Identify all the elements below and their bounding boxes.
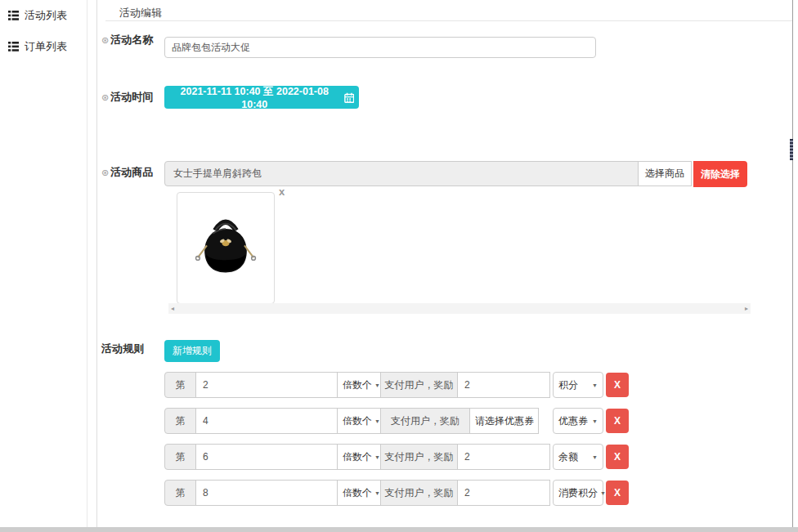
- rule-row: 第 倍数个 ▼ 支付用户，奖励 请选择优惠券 优惠券 ▼ X: [164, 408, 629, 434]
- rule-reward-label: 支付用户，奖励: [380, 444, 458, 470]
- rule-reward-type-select[interactable]: 优惠券 ▼: [553, 408, 603, 434]
- remove-rule-button[interactable]: X: [606, 409, 629, 433]
- rule-reward-label: 支付用户，奖励: [380, 372, 458, 398]
- rule-reward-value-input[interactable]: [457, 480, 550, 506]
- rule-row: 第 倍数个 ▼ 支付用户，奖励 消费积分 ▼ X: [164, 480, 629, 506]
- rule-reward-type-select[interactable]: 余额 ▼: [553, 444, 603, 470]
- chevron-down-icon: ▼: [592, 418, 598, 424]
- chevron-down-icon: ▼: [600, 490, 606, 496]
- activity-name-input[interactable]: [164, 37, 596, 58]
- chevron-down-icon: ▼: [592, 382, 598, 388]
- chevron-down-icon: ▼: [592, 454, 598, 460]
- chevron-down-icon: ▼: [374, 382, 380, 388]
- sidebar-item-order-list[interactable]: 订单列表: [0, 31, 87, 62]
- activity-product-label: ⊛ 活动商品: [101, 165, 153, 180]
- rule-reward-label: 支付用户，奖励: [380, 480, 458, 506]
- remove-rule-button[interactable]: X: [606, 481, 629, 505]
- product-thumbnail-card: [177, 192, 275, 304]
- rule-unit-select[interactable]: 倍数个 ▼: [337, 480, 381, 506]
- handbag-image: [188, 208, 263, 289]
- sidebar: 活动列表 订单列表: [0, 0, 87, 527]
- rule-reward-label: 支付用户，奖励: [380, 408, 470, 434]
- clear-selection-button[interactable]: 清除选择: [693, 161, 747, 187]
- remove-rule-button[interactable]: X: [606, 445, 629, 469]
- tab-divider: [105, 20, 792, 21]
- rule-prefix-label: 第: [164, 372, 196, 398]
- calendar-icon: [344, 92, 355, 103]
- rule-unit-select[interactable]: 倍数个 ▼: [337, 372, 381, 398]
- sidebar-item-activity-list[interactable]: 活动列表: [0, 0, 87, 31]
- rule-row: 第 倍数个 ▼ 支付用户，奖励 积分 ▼ X: [164, 372, 629, 398]
- sidebar-item-label: 订单列表: [25, 39, 67, 54]
- page-horizontal-scrollbar[interactable]: [0, 527, 798, 532]
- remove-product-icon[interactable]: x: [279, 186, 285, 197]
- chevron-down-icon: ▼: [374, 418, 380, 424]
- rule-row: 第 倍数个 ▼ 支付用户，奖励 余额 ▼ X: [164, 444, 629, 470]
- rule-reward-type-select[interactable]: 积分 ▼: [553, 372, 603, 398]
- main-panel: 活动编辑 ⊛ 活动名称 ⊛ 活动时间 2021-11-11 10:40 至 20…: [96, 0, 793, 527]
- scroll-right-icon[interactable]: ▸: [745, 305, 748, 312]
- th-list-icon: [8, 11, 19, 20]
- activity-rules-label: 活动规则: [101, 342, 144, 356]
- rule-multiple-input[interactable]: [195, 372, 338, 398]
- chevron-down-icon: ▼: [374, 454, 380, 460]
- rule-prefix-label: 第: [164, 444, 196, 470]
- select-product-button[interactable]: 选择商品: [638, 161, 692, 186]
- rule-multiple-input[interactable]: [195, 480, 338, 506]
- activity-time-range: 2021-11-11 10:40 至 2022-01-08 10:40: [169, 85, 340, 110]
- activity-time-button[interactable]: 2021-11-11 10:40 至 2022-01-08 10:40: [164, 86, 359, 109]
- rule-prefix-label: 第: [164, 408, 196, 434]
- page: 活动列表 订单列表 活动编辑 ⊛ 活动名称 ⊛ 活动时间 2021-11-11 …: [0, 0, 798, 532]
- product-horizontal-scrollbar[interactable]: ◂ ▸: [168, 303, 751, 314]
- th-list-icon: [8, 42, 19, 51]
- sidebar-item-label: 活动列表: [25, 8, 67, 23]
- rule-reward-value-input[interactable]: [457, 372, 550, 398]
- rule-prefix-label: 第: [164, 480, 196, 506]
- tab-activity-edit[interactable]: 活动编辑: [119, 6, 162, 20]
- remove-rule-button[interactable]: X: [606, 373, 629, 397]
- gear-icon: ⊛: [101, 35, 109, 46]
- vertical-scrollbar-thumb[interactable]: [790, 139, 793, 160]
- activity-product-input[interactable]: [164, 161, 639, 186]
- rule-reward-type-select[interactable]: 消费积分 ▼: [553, 480, 603, 506]
- choose-coupon-button[interactable]: 请选择优惠券: [469, 408, 539, 434]
- rule-unit-select[interactable]: 倍数个 ▼: [337, 444, 381, 470]
- rule-multiple-input[interactable]: [195, 444, 338, 470]
- activity-name-label: ⊛ 活动名称: [101, 33, 153, 47]
- activity-time-label: ⊛ 活动时间: [101, 90, 153, 105]
- gear-icon: ⊛: [101, 92, 109, 103]
- scroll-left-icon[interactable]: ◂: [171, 305, 174, 312]
- rule-reward-value-input[interactable]: [457, 444, 550, 470]
- add-rule-button[interactable]: 新增规则: [164, 340, 220, 362]
- gear-icon: ⊛: [101, 168, 109, 178]
- chevron-down-icon: ▼: [374, 490, 380, 496]
- rule-multiple-input[interactable]: [195, 408, 338, 434]
- rule-unit-select[interactable]: 倍数个 ▼: [337, 408, 381, 434]
